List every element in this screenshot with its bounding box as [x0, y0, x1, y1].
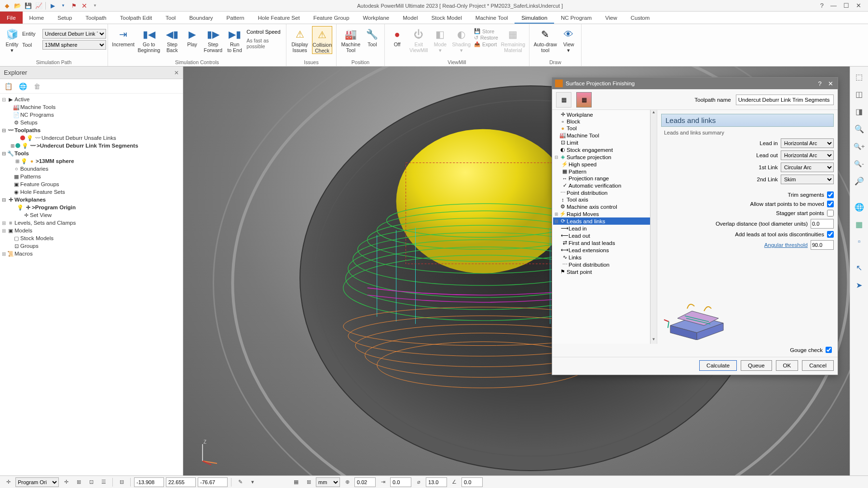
display-issues-button[interactable]: ⚠DisplayIssues — [290, 26, 309, 53]
dt-point-dist2[interactable]: ⋯Point distribution — [553, 261, 656, 268]
machine-tool-button[interactable]: 🏭MachineTool — [340, 26, 361, 53]
sb-workplane-select[interactable]: Program Ori — [15, 477, 59, 487]
explorer-tb2-icon[interactable]: 🌐 — [17, 81, 28, 92]
tab-simulation[interactable]: Simulation — [515, 12, 554, 24]
tree-tool13[interactable]: ⊞💡●> 13MM sphere — [1, 157, 182, 165]
tab-machine-tool[interactable]: Machine Tool — [469, 12, 515, 24]
angular-threshold-link[interactable]: Angular threshold — [764, 242, 808, 248]
queue-button[interactable]: Queue — [741, 360, 772, 371]
tree-toolpaths[interactable]: ⊟〰Toolpaths — [1, 126, 182, 134]
dialog-help-icon[interactable]: ? — [814, 80, 825, 87]
sb-ic4[interactable]: ☰ — [98, 477, 109, 487]
sb-ic5[interactable]: ⊟ — [116, 477, 127, 487]
close-red-icon[interactable]: ✕ — [80, 1, 89, 11]
dt-pattern[interactable]: ▦Pattern — [553, 168, 656, 175]
dt-tool[interactable]: ●Tool — [553, 125, 656, 132]
tab-home[interactable]: Home — [23, 12, 51, 24]
dt-stock-eng[interactable]: ◐Stock engagement — [553, 146, 656, 153]
dt-block[interactable]: ▫Block — [553, 118, 656, 125]
store-button[interactable]: 💾 Store — [474, 28, 498, 34]
tab-boundary[interactable]: Boundary — [182, 12, 219, 24]
sb-ic6[interactable]: ✎ — [235, 477, 245, 487]
stagger-check[interactable] — [827, 210, 834, 217]
ok-button[interactable]: OK — [776, 360, 799, 371]
dt-lead-in[interactable]: ⟶Lead in — [553, 225, 656, 232]
dropdown-icon[interactable]: ▼ — [58, 1, 68, 11]
tree-macros[interactable]: ⊞📜Macros — [1, 250, 182, 258]
wireframe-icon[interactable]: ▦ — [852, 217, 867, 231]
tab-hole-feature-set[interactable]: Hole Feature Set — [251, 12, 307, 24]
maximize-icon[interactable]: ☐ — [843, 2, 849, 9]
angular-input[interactable] — [811, 240, 834, 250]
dialog-tree-scrollbar[interactable]: ▲ ▼ — [650, 110, 657, 344]
sb-ang-icon[interactable]: ∠ — [449, 477, 460, 487]
dt-links[interactable]: ∿Links — [553, 254, 656, 261]
tool-pos-button[interactable]: 🔧Tool — [364, 26, 380, 48]
dialog-close-icon[interactable]: ✕ — [825, 80, 836, 87]
sb-ic1[interactable]: ✛ — [61, 477, 71, 487]
dt-point-dist[interactable]: ⋯Point distribution — [553, 189, 656, 196]
sb-units-select[interactable]: mm — [316, 477, 340, 487]
allow-start-check[interactable] — [827, 201, 834, 207]
dt-surf-proj[interactable]: ⊟◈Surface projection — [553, 153, 656, 161]
dt-machine-tool[interactable]: 🏭Machine Tool — [553, 132, 656, 139]
tab-model[interactable]: Model — [396, 12, 424, 24]
open-icon[interactable]: 📂 — [13, 1, 22, 11]
sb-ic9[interactable]: ⊞ — [303, 477, 314, 487]
help-icon[interactable]: ? — [820, 2, 824, 9]
autodraw-button[interactable]: ✎Auto-drawtool — [533, 26, 557, 53]
globe-icon[interactable]: 🌐 — [852, 200, 867, 214]
exit-viewmill-button[interactable]: ⏻ExitViewMill — [408, 26, 429, 53]
tab-toolpath[interactable]: Toolpath — [79, 12, 113, 24]
sb-dia-icon[interactable]: ⌀ — [413, 477, 424, 487]
tree-setups[interactable]: ⚙Setups — [1, 119, 182, 126]
dt-limit[interactable]: ⊡Limit — [553, 139, 656, 146]
block-icon[interactable]: ▫ — [852, 234, 867, 249]
zoom-fit-icon[interactable]: 🔍 — [852, 122, 867, 136]
qat-more-icon[interactable]: ▼ — [90, 1, 100, 11]
chart-icon[interactable]: 📈 — [34, 1, 43, 11]
dt-lead-out[interactable]: ⟵Lead out — [553, 232, 656, 239]
dt-leads-links[interactable]: ⊟⟳Leads and links — [553, 217, 656, 225]
tab-view[interactable]: View — [598, 12, 624, 24]
second-link-select[interactable]: Skim — [781, 175, 834, 184]
tree-machine-tools[interactable]: 🏭Machine Tools — [1, 103, 182, 111]
dt-workplane[interactable]: ✛Workplane — [553, 111, 656, 118]
remaining-material-button[interactable]: ▦RemainingMaterial — [501, 26, 525, 53]
run-to-end-button[interactable]: ▶▮Runto End — [226, 26, 244, 53]
tab-setup[interactable]: Setup — [51, 12, 79, 24]
sb-ic7[interactable]: ▾ — [247, 477, 258, 487]
dlg-mode2-icon[interactable]: ▦ — [576, 92, 592, 108]
sb-thick-icon[interactable]: ⇥ — [378, 477, 388, 487]
tree-tp-trim[interactable]: ⊞💡〰> Undercut Deburr Link Trim Segments — [1, 142, 182, 149]
explorer-close-icon[interactable]: ✕ — [174, 69, 179, 76]
sb-ic2[interactable]: ⊞ — [73, 477, 84, 487]
explorer-tb1-icon[interactable]: 📋 — [3, 81, 14, 92]
lead-out-select[interactable]: Horizontal Arc — [781, 150, 834, 160]
lead-in-select[interactable]: Horizontal Arc — [781, 138, 834, 148]
step-forward-button[interactable]: ▮▶StepForward — [203, 26, 223, 53]
tab-toolpath-edit[interactable]: Toolpath Edit — [113, 12, 159, 24]
sb-tol-icon[interactable]: ⊕ — [342, 477, 353, 487]
sb-wp-icon[interactable]: ✛ — [3, 477, 14, 487]
zoom-window-icon[interactable]: 🔎 — [852, 174, 867, 188]
view-button[interactable]: 👁View▾ — [560, 26, 577, 53]
tab-pattern[interactable]: Pattern — [220, 12, 251, 24]
add-leads-check[interactable] — [827, 231, 834, 238]
entity-button[interactable]: 🧊 Entity▾ — [4, 26, 20, 53]
toolpath-name-input[interactable] — [736, 95, 834, 105]
dt-mach-axis[interactable]: ⚙Machine axis control — [553, 203, 656, 210]
tree-tp-unsafe[interactable]: 💡〰Undercut Deburr Unsafe Links — [1, 134, 182, 142]
tree-stock-models[interactable]: ▢Stock Models — [1, 234, 182, 242]
iso3-icon[interactable]: ◨ — [852, 104, 867, 119]
tree-models[interactable]: ⊞▣Models — [1, 227, 182, 234]
play-button[interactable]: ▶Play — [184, 26, 201, 48]
viewmill-off-button[interactable]: ●Off — [389, 26, 406, 48]
overlap-input[interactable] — [811, 219, 834, 229]
first-link-select[interactable]: Circular Arc — [781, 163, 834, 172]
export-button[interactable]: 📤 Export — [474, 41, 498, 47]
sb-ic3[interactable]: ⊡ — [86, 477, 96, 487]
tree-groups[interactable]: ⊡Groups — [1, 242, 182, 250]
tree-patterns[interactable]: ▦Patterns — [1, 173, 182, 180]
dt-auto-ver[interactable]: ✓Automatic verification — [553, 182, 656, 189]
